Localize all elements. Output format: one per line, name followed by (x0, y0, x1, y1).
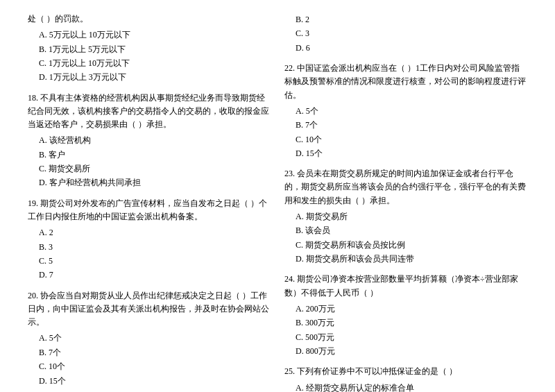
question-19: 19. 期货公司对外发布的广告宣传材料，应当自发布之日起（ ）个工作日内报住所地… (28, 197, 271, 282)
option-item: A. 5个 (284, 104, 527, 118)
question-18-text: 18. 不具有主体资格的经营机构因从事期货经纪业务而导致期货经纪合同无效，该机构… (28, 92, 271, 132)
left-column: 处（ ）的罚款。 A. 5万元以上 10万元以下 B. 1万元以上 5万元以下 … (28, 12, 271, 392)
option-item: C. 500万元 (284, 330, 527, 344)
question-24-text: 24. 期货公司净资本按营业部数量平均折算额（净资本÷营业部家数）不得低于人民币… (284, 273, 527, 299)
option-item: A. 200万元 (284, 302, 527, 316)
question-23-text: 23. 会员未在期货交易所规定的时间内追加保证金或者台行平仓的，期货交易所应当将… (284, 167, 527, 207)
option-item: C. 3 (284, 26, 527, 40)
option-item: D. 6 (284, 41, 527, 55)
option-item: D. 15个 (284, 146, 527, 160)
option-item: A. 5万元以上 10万元以下 (28, 28, 271, 42)
question-24: 24. 期货公司净资本按营业部数量平均折算额（净资本÷营业部家数）不得低于人民币… (284, 273, 527, 358)
question-intro-left: 处（ ）的罚款。 A. 5万元以上 10万元以下 B. 1万元以上 5万元以下 … (28, 12, 271, 85)
option-item: A. 经期货交易所认定的标准合单 (284, 381, 527, 392)
option-item: C. 10个 (28, 359, 271, 373)
option-item: A. 期货交易所 (284, 210, 527, 223)
option-item: D. 期货交易所和该会员共同连带 (284, 252, 527, 266)
option-item: D. 7 (28, 268, 271, 282)
question-19-text: 19. 期货公司对外发布的广告宣传材料，应当自发布之日起（ ）个工作日内报住所地… (28, 197, 271, 223)
option-item: B. 客户 (28, 148, 271, 162)
option-item: A. 2 (28, 225, 271, 239)
option-item: B. 该会员 (284, 223, 527, 237)
option-item: D. 800万元 (284, 344, 527, 358)
option-item: C. 期货交易所 (28, 162, 271, 176)
option-item: D. 客户和经营机构共同承担 (28, 176, 271, 189)
option-item: C. 1万元以上 10万元以下 (28, 56, 271, 70)
question-20-text: 20. 协会应当自对期货从业人员作出纪律惩戒决定之日起（ ）工作日内，向中国证监… (28, 289, 271, 330)
option-item: C. 期货交易所和该会员按比例 (284, 238, 527, 252)
question-25-text: 25. 下列有价证券中不可以冲抵保证金的是（ ） (284, 365, 527, 378)
option-item: C. 10个 (284, 133, 527, 146)
option-item: B. 2 (284, 12, 527, 26)
option-item: A. 该经营机构 (28, 133, 271, 147)
option-item: A. 5个 (28, 331, 271, 345)
option-item: B. 7个 (284, 118, 527, 132)
question-intro-left-text: 处（ ）的罚款。 (28, 12, 271, 26)
option-item: D. 1万元以上 3万元以下 (28, 70, 271, 84)
option-item: D. 15个 (28, 374, 271, 388)
question-intro-right: B. 2 C. 3 D. 6 (284, 12, 527, 55)
question-25: 25. 下列有价证券中不可以冲抵保证金的是（ ） A. 经期货交易所认定的标准合… (284, 365, 527, 392)
option-item: B. 3 (28, 240, 271, 254)
right-column: B. 2 C. 3 D. 6 22. 中国证监会派出机构应当在（ ）1工作日内对… (284, 12, 527, 392)
option-item: B. 1万元以上 5万元以下 (28, 42, 271, 56)
question-22-text: 22. 中国证监会派出机构应当在（ ）1工作日内对公司风险监管指标触及预警标准的… (284, 62, 527, 102)
option-item: C. 5 (28, 254, 271, 268)
question-18: 18. 不具有主体资格的经营机构因从事期货经纪业务而导致期货经纪合同无效，该机构… (28, 92, 271, 190)
question-22: 22. 中国证监会派出机构应当在（ ）1工作日内对公司风险监管指标触及预警标准的… (284, 62, 527, 160)
question-20: 20. 协会应当自对期货从业人员作出纪律惩戒决定之日起（ ）工作日内，向中国证监… (28, 289, 271, 388)
option-item: B. 300万元 (284, 316, 527, 330)
question-23: 23. 会员未在期货交易所规定的时间内追加保证金或者台行平仓的，期货交易所应当将… (284, 167, 527, 266)
content-columns: 处（ ）的罚款。 A. 5万元以上 10万元以下 B. 1万元以上 5万元以下 … (28, 12, 527, 392)
option-item: B. 7个 (28, 346, 271, 359)
page: 处（ ）的罚款。 A. 5万元以上 10万元以下 B. 1万元以上 5万元以下 … (0, 0, 555, 392)
